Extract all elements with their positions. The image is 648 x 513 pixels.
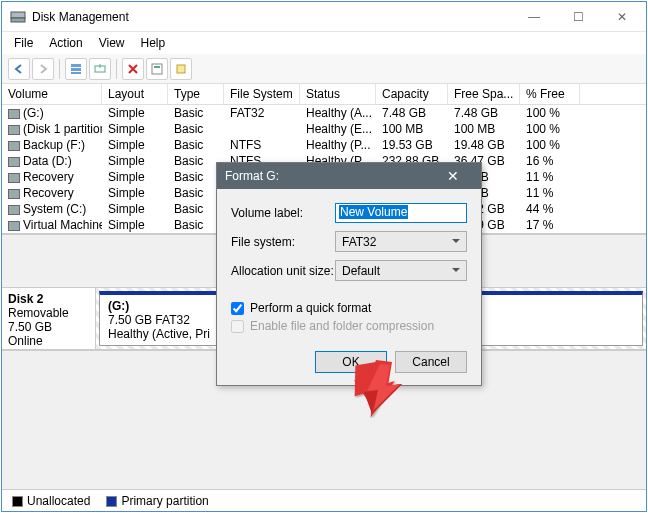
cancel-button[interactable]: Cancel — [395, 351, 467, 373]
dialog-close-button[interactable]: ✕ — [433, 168, 473, 184]
disk-name: Disk 2 — [8, 292, 89, 306]
table-row[interactable]: (Disk 1 partition 2)SimpleBasicHealthy (… — [2, 121, 646, 137]
window-title: Disk Management — [32, 10, 512, 24]
table-row[interactable]: Backup (F:)SimpleBasicNTFSHealthy (P...1… — [2, 137, 646, 153]
app-icon — [10, 9, 26, 25]
table-row[interactable]: (G:)SimpleBasicFAT32Healthy (A...7.48 GB… — [2, 105, 646, 121]
disk-header[interactable]: Disk 2 Removable 7.50 GB Online — [2, 288, 96, 349]
delete-button[interactable] — [122, 58, 144, 80]
compression-input — [231, 320, 244, 333]
menubar: File Action View Help — [2, 32, 646, 54]
legend: Unallocated Primary partition — [2, 489, 646, 511]
col-fs[interactable]: File System — [224, 84, 300, 104]
quick-format-input[interactable] — [231, 302, 244, 315]
col-capacity[interactable]: Capacity — [376, 84, 448, 104]
col-status[interactable]: Status — [300, 84, 376, 104]
volume-label-label: Volume label: — [231, 206, 335, 220]
view-button[interactable] — [65, 58, 87, 80]
disk-state: Online — [8, 334, 89, 348]
back-button[interactable] — [8, 58, 30, 80]
ok-button[interactable]: OK — [315, 351, 387, 373]
allocation-select[interactable]: Default — [335, 260, 467, 281]
maximize-button[interactable]: ☐ — [556, 3, 600, 31]
minimize-button[interactable]: — — [512, 3, 556, 31]
close-button[interactable]: ✕ — [600, 3, 644, 31]
svg-rect-7 — [154, 66, 160, 68]
disk-size: 7.50 GB — [8, 320, 89, 334]
file-system-select[interactable]: FAT32 — [335, 231, 467, 252]
format-dialog: Format G: ✕ Volume label: New Volume Fil… — [216, 162, 482, 386]
grid-header: Volume Layout Type File System Status Ca… — [2, 84, 646, 105]
dialog-titlebar[interactable]: Format G: ✕ — [217, 163, 481, 189]
legend-primary: Primary partition — [106, 494, 208, 508]
svg-rect-4 — [71, 72, 81, 74]
forward-button[interactable] — [32, 58, 54, 80]
disk-kind: Removable — [8, 306, 89, 320]
dialog-title: Format G: — [225, 169, 433, 183]
menu-action[interactable]: Action — [41, 33, 90, 53]
refresh-button[interactable] — [89, 58, 111, 80]
svg-rect-8 — [177, 65, 185, 73]
svg-rect-3 — [71, 68, 81, 71]
svg-rect-1 — [11, 18, 25, 22]
col-layout[interactable]: Layout — [102, 84, 168, 104]
menu-file[interactable]: File — [6, 33, 41, 53]
quick-format-checkbox[interactable]: Perform a quick format — [231, 301, 467, 315]
allocation-label: Allocation unit size: — [231, 264, 335, 278]
col-free[interactable]: Free Spa... — [448, 84, 520, 104]
col-type[interactable]: Type — [168, 84, 224, 104]
col-pct[interactable]: % Free — [520, 84, 580, 104]
properties-button[interactable] — [146, 58, 168, 80]
menu-view[interactable]: View — [91, 33, 133, 53]
svg-rect-0 — [11, 12, 25, 18]
settings-button[interactable] — [170, 58, 192, 80]
col-volume[interactable]: Volume — [2, 84, 102, 104]
file-system-label: File system: — [231, 235, 335, 249]
legend-unallocated: Unallocated — [12, 494, 90, 508]
menu-help[interactable]: Help — [133, 33, 174, 53]
svg-rect-2 — [71, 64, 81, 67]
volume-label-input[interactable]: New Volume — [335, 203, 467, 223]
titlebar: Disk Management — ☐ ✕ — [2, 2, 646, 32]
svg-rect-6 — [152, 64, 162, 74]
toolbar — [2, 54, 646, 84]
compression-checkbox: Enable file and folder compression — [231, 319, 467, 333]
